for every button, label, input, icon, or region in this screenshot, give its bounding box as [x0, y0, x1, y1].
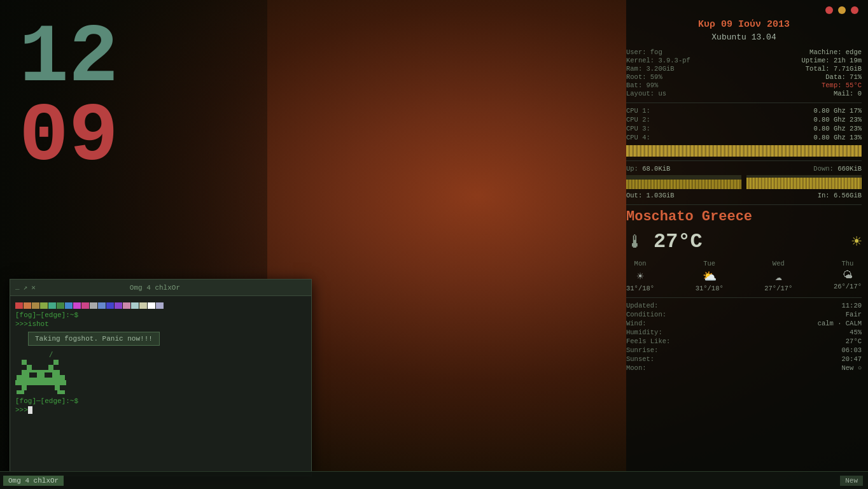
color-gray	[90, 302, 97, 309]
weather-details: Updated: 11:20 Condition: Fair Wind: cal…	[626, 302, 862, 372]
sunset-value: 20:47	[841, 355, 862, 363]
moon-row: Moon: New ○	[626, 364, 862, 372]
color-rose	[123, 302, 130, 309]
cpu1-row: CPU 1: 0.80 Ghz 17%	[626, 107, 862, 115]
win-dot-green[interactable]	[851, 6, 858, 14]
data-label: Data: 71%	[745, 73, 862, 81]
updated-row: Updated: 11:20	[626, 302, 862, 309]
condition-label: Condition:	[626, 311, 666, 318]
taskbar: Omg 4 chlxOr New	[0, 471, 868, 489]
color-olive	[40, 302, 48, 309]
color-teal	[48, 302, 56, 309]
forecast-mon: Mon ☀ 31°/18°	[626, 260, 654, 292]
cmd2-text: >>>	[15, 406, 28, 414]
color-blue	[65, 302, 73, 309]
user-label: User: fog	[626, 48, 744, 56]
clock-widget: 12 09	[19, 19, 118, 176]
term-cmd2: >>>	[15, 406, 306, 414]
sys-panel: Κυρ 09 Ιούν 2013 Xubuntu 13.04 User: fog…	[626, 6, 862, 373]
wind-row: Wind: calm · CALM	[626, 320, 862, 327]
root-label: Root: 59%	[626, 73, 744, 81]
net-graph-down	[746, 175, 862, 189]
cpu2-value: 0.80 Ghz 23%	[813, 116, 862, 124]
cmd1-text: >>>ishot	[15, 320, 49, 328]
svg-rect-11	[29, 372, 37, 378]
prompt1-text: [fog]─[edge]:~$	[15, 311, 78, 319]
temperature-display: 27°C	[654, 230, 703, 253]
window-controls	[626, 6, 862, 14]
terminal-body[interactable]: [fog]─[edge]:~$ >>>ishot Taking fogshot.…	[10, 296, 311, 476]
invader-art	[15, 360, 306, 395]
color-orange	[24, 302, 31, 309]
svg-rect-4	[22, 370, 60, 375]
taskbar-terminal[interactable]: Omg 4 chlxOr	[3, 476, 64, 486]
sunset-row: Sunset: 20:47	[626, 355, 862, 363]
terminal-window: _ ↗ ✕ Omg 4 chlxOr	[10, 279, 312, 476]
svg-rect-5	[17, 375, 65, 380]
new-button[interactable]: New	[840, 476, 863, 486]
weather-main: 🌡 27°C ☀	[626, 230, 862, 253]
net-row: Up: 68.0KiB Down: 660KiB	[626, 165, 862, 173]
sunrise-row: Sunrise: 06:03	[626, 346, 862, 354]
machine-label: Machine: edge	[745, 48, 862, 56]
color-white	[148, 302, 155, 309]
net-io-row: Out: 1.03GiB In: 6.56GiB	[626, 192, 862, 199]
terminal-minimize[interactable]: _	[15, 283, 20, 292]
terminal-close[interactable]: ✕	[31, 283, 36, 292]
color-purple	[73, 302, 81, 309]
svg-rect-10	[57, 390, 65, 394]
term-prompt2: [fog]─[edge]:~$	[15, 397, 306, 405]
humidity-label: Humidity:	[626, 329, 662, 336]
out-value: Out: 1.03GiB	[626, 192, 675, 199]
svg-rect-0	[22, 360, 27, 365]
sunrise-value: 06:03	[841, 346, 862, 354]
divider-4	[626, 297, 862, 298]
cpu-graph	[626, 145, 862, 157]
feels-value: 27°C	[846, 337, 862, 345]
weather-sun-icon: ☀	[851, 232, 862, 252]
clock-hours: 12	[19, 19, 118, 98]
humidity-value: 45%	[850, 329, 862, 336]
svg-rect-3	[48, 365, 53, 370]
cursor	[28, 406, 32, 414]
color-lavender	[156, 302, 164, 309]
ram-label: Ram: 3.20GiB	[626, 65, 744, 73]
layout-label: Layout: us	[626, 90, 744, 97]
humidity-row: Humidity: 45%	[626, 329, 862, 336]
color-violet	[115, 302, 122, 309]
svg-rect-2	[27, 365, 32, 370]
divider-3	[626, 204, 862, 205]
bat-label: Bat: 99%	[626, 82, 744, 89]
forecast-row: Mon ☀ 31°/18° Tue ⛅ 31°/18° Wed ☁ 27°/17…	[626, 260, 862, 292]
svg-rect-1	[53, 360, 59, 365]
date-display: Κυρ 09 Ιούν 2013	[626, 19, 862, 30]
feels-label: Feels Like:	[626, 337, 670, 345]
sys-info-grid: User: fog Machine: edge Kernel: 3.9.3-pf…	[626, 48, 862, 97]
feels-row: Feels Like: 27°C	[626, 337, 862, 345]
divider-1	[626, 103, 862, 103]
condition-row: Condition: Fair	[626, 311, 862, 318]
color-red	[15, 302, 23, 309]
condition-value: Fair	[846, 311, 862, 318]
forecast-tue: Tue ⛅ 31°/18°	[696, 260, 724, 292]
color-green	[57, 302, 64, 309]
cpu3-row: CPU 3: 0.80 Ghz 23%	[626, 125, 862, 132]
divider-2	[626, 160, 862, 161]
forecast-thu: Thu 🌤 26°/17°	[834, 260, 862, 292]
color-lightblue	[98, 302, 106, 309]
color-pink	[81, 302, 89, 309]
win-dot-yellow[interactable]	[838, 6, 846, 14]
updated-value: 11:20	[841, 302, 862, 309]
moon-value: New ○	[841, 364, 862, 372]
in-value: In: 6.56GiB	[818, 192, 862, 199]
terminal-title: Omg 4 chlxOr	[36, 284, 274, 292]
net-graph-up	[626, 175, 741, 189]
terminal-controls: _ ↗ ✕	[15, 283, 36, 292]
win-dot-red[interactable]	[825, 6, 833, 14]
cpu4-label: CPU 4:	[626, 134, 650, 141]
terminal-maximize[interactable]: ↗	[24, 283, 28, 292]
temp-label: Temp: 55°C	[745, 82, 862, 89]
sunset-label: Sunset:	[626, 355, 654, 363]
clock-minutes: 09	[19, 98, 118, 177]
weather-location: Moschato Greece	[626, 209, 862, 225]
